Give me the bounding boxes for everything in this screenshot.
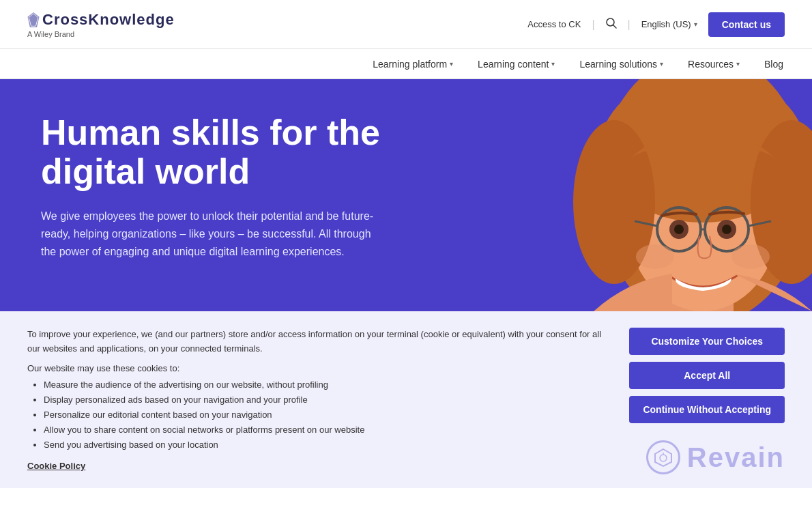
nav-chevron-icon: ▾ <box>551 60 555 68</box>
divider2: | <box>628 18 630 31</box>
accept-all-button[interactable]: Accept All <box>629 362 785 389</box>
logo-text: CrossKnowledge <box>42 11 175 29</box>
lang-chevron-icon: ▾ <box>694 20 697 28</box>
cookie-main-text: To improve your experience, we (and our … <box>27 328 602 356</box>
nav-item-label: Learning solutions <box>579 59 657 70</box>
contact-button[interactable]: Contact us <box>708 12 785 37</box>
search-icon[interactable] <box>606 18 617 31</box>
svg-line-3 <box>613 25 616 28</box>
continue-without-accepting-button[interactable]: Continue Without Accepting <box>629 396 785 423</box>
nav-learning-platform[interactable]: Learning platform ▾ <box>371 49 454 78</box>
list-item: Display personalized ads based on your n… <box>44 392 602 408</box>
cookie-buttons: Customize Your Choices Accept All Contin… <box>629 328 785 423</box>
hero-image <box>471 79 812 311</box>
access-ck-link[interactable]: Access to CK <box>527 19 581 29</box>
nav-chevron-icon: ▾ <box>660 60 663 68</box>
revain-watermark: Revain <box>646 440 785 474</box>
revain-text: Revain <box>687 442 785 473</box>
nav-blog[interactable]: Blog <box>763 49 785 78</box>
customize-choices-button[interactable]: Customize Your Choices <box>629 328 785 355</box>
logo[interactable]: CrossKnowledge <box>27 11 175 29</box>
main-nav: Learning platform ▾ Learning content ▾ L… <box>0 49 812 79</box>
logo-area: CrossKnowledge A Wiley Brand <box>27 11 175 38</box>
cookie-policy-link[interactable]: Cookie Policy <box>27 461 85 471</box>
svg-point-2 <box>607 18 614 26</box>
list-item: Personalize our editorial content based … <box>44 408 602 423</box>
cookie-banner: To improve your experience, we (and our … <box>0 311 812 488</box>
top-right-actions: Access to CK | | English (US) ▾ Contact … <box>527 12 785 37</box>
nav-learning-content[interactable]: Learning content ▾ <box>476 49 556 78</box>
list-item: Measure the audience of the advertising … <box>44 377 602 392</box>
nav-resources[interactable]: Resources ▾ <box>686 49 741 78</box>
svg-point-21 <box>660 455 667 461</box>
cookie-list-intro: Our website may use these cookies to: <box>27 363 602 373</box>
logo-sub: A Wiley Brand <box>27 30 175 38</box>
person-svg <box>471 79 812 311</box>
svg-point-17 <box>674 225 684 234</box>
svg-point-18 <box>722 225 731 234</box>
svg-point-20 <box>731 244 770 269</box>
svg-point-19 <box>636 244 674 269</box>
revain-icon <box>646 440 680 474</box>
hero-content: Human skills for the digital world We gi… <box>0 79 423 311</box>
top-bar: CrossKnowledge A Wiley Brand Access to C… <box>0 0 812 49</box>
nav-item-label: Blog <box>764 59 783 70</box>
nav-chevron-icon: ▾ <box>736 60 740 68</box>
list-item: Send you advertising based on your locat… <box>44 438 602 453</box>
hero-title: Human skills for the digital world <box>41 113 382 191</box>
cookie-text-area: To improve your experience, we (and our … <box>27 328 602 472</box>
hero-description: We give employees the power to unlock th… <box>41 208 382 260</box>
nav-item-label: Learning platform <box>373 59 447 70</box>
nav-chevron-icon: ▾ <box>450 60 453 68</box>
lang-label: English (US) <box>641 19 691 29</box>
nav-item-label: Learning content <box>478 59 549 70</box>
cookie-list: Measure the audience of the advertising … <box>27 377 602 453</box>
divider1: | <box>592 18 594 31</box>
language-selector[interactable]: English (US) ▾ <box>641 19 697 29</box>
nav-item-label: Resources <box>688 59 734 70</box>
list-item: Allow you to share content on social net… <box>44 423 602 438</box>
hero-section: Human skills for the digital world We gi… <box>0 79 812 311</box>
nav-learning-solutions[interactable]: Learning solutions ▾ <box>578 49 665 78</box>
